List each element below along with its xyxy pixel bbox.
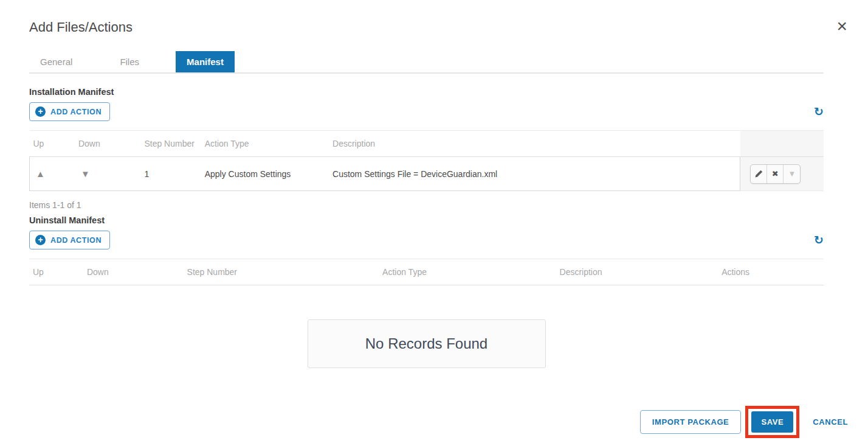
column-header-step-number: Step Number [184, 259, 379, 285]
row-actions-button-group: ✖ ▼ [750, 164, 801, 184]
cancel-button[interactable]: CANCEL [813, 417, 848, 427]
add-files-actions-dialog: Add Files/Actions × General Files Manife… [0, 0, 868, 446]
add-action-label: ADD ACTION [50, 236, 102, 245]
chevron-down-icon: ▼ [788, 169, 796, 178]
delete-x-icon: ✖ [772, 169, 779, 178]
table-header-row: Up Down Step Number Action Type Descript… [29, 259, 824, 285]
installation-add-action-button[interactable]: + ADD ACTION [29, 102, 110, 121]
installation-manifest-table: Up Down Step Number Action Type Descript… [29, 130, 824, 191]
dialog-footer: IMPORT PACKAGE SAVE CANCEL [640, 406, 848, 438]
pencil-icon [754, 170, 763, 178]
save-button[interactable]: SAVE [751, 411, 793, 433]
column-header-step-number: Step Number [140, 131, 201, 157]
column-header-action-type: Action Type [201, 131, 329, 157]
move-up-cell: ▲ [30, 157, 75, 191]
refresh-icon[interactable]: ↻ [814, 106, 824, 117]
column-header-actions-blank [740, 131, 824, 157]
dialog-title: Add Files/Actions [29, 19, 133, 35]
move-down-icon[interactable]: ▼ [78, 169, 90, 179]
action-type-cell: Apply Custom Settings [201, 157, 329, 191]
tab-bar: General Files Manifest [29, 51, 824, 74]
table-header-row: Up Down Step Number Action Type Descript… [30, 131, 824, 157]
move-up-icon[interactable]: ▲ [33, 169, 45, 179]
column-header-down: Down [83, 259, 184, 285]
plus-icon: + [35, 235, 46, 245]
save-highlight-annotation: SAVE [745, 406, 799, 438]
manifest-tab-content: Installation Manifest + ADD ACTION ↻ Up … [29, 87, 824, 368]
move-down-cell: ▼ [75, 157, 140, 191]
dialog-header: Add Files/Actions × [0, 19, 868, 35]
close-icon[interactable]: × [836, 19, 847, 33]
column-header-action-type: Action Type [379, 259, 556, 285]
plus-icon: + [35, 106, 46, 117]
tab-files[interactable]: Files [109, 51, 150, 72]
table-row: ▲ ▼ 1 Apply Custom Settings Custom Setti… [30, 157, 824, 191]
column-header-up: Up [29, 259, 83, 285]
uninstall-add-action-button[interactable]: + ADD ACTION [29, 231, 110, 249]
more-actions-button[interactable]: ▼ [784, 165, 800, 183]
column-header-down: Down [75, 131, 140, 157]
no-records-message: No Records Found [308, 319, 546, 368]
uninstall-manifest-table: Up Down Step Number Action Type Descript… [29, 259, 824, 285]
tab-general[interactable]: General [29, 51, 83, 72]
description-cell: Custom Settings File = DeviceGuardian.xm… [329, 157, 740, 191]
row-actions-cell: ✖ ▼ [740, 157, 824, 191]
tab-manifest[interactable]: Manifest [176, 51, 235, 72]
delete-button[interactable]: ✖ [767, 165, 784, 183]
step-number-cell: 1 [140, 157, 201, 191]
refresh-icon[interactable]: ↻ [814, 234, 824, 246]
uninstall-toolbar: + ADD ACTION ↻ [29, 231, 824, 249]
add-action-label: ADD ACTION [50, 108, 102, 116]
installation-manifest-heading: Installation Manifest [29, 87, 824, 97]
column-header-description: Description [329, 131, 740, 157]
edit-button[interactable] [751, 165, 767, 183]
pagination-status: Items 1-1 of 1 [29, 200, 824, 210]
column-header-actions: Actions [718, 259, 824, 285]
installation-toolbar: + ADD ACTION ↻ [29, 102, 824, 121]
uninstall-manifest-heading: Uninstall Manifest [29, 215, 824, 225]
column-header-description: Description [556, 259, 718, 285]
column-header-up: Up [30, 131, 75, 157]
import-package-button[interactable]: IMPORT PACKAGE [640, 410, 742, 434]
